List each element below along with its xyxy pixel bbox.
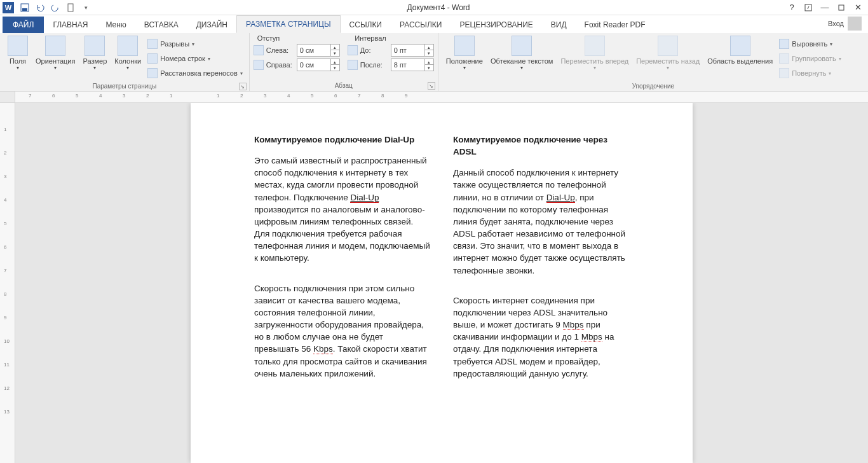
selection-pane-icon: [730, 36, 750, 56]
maximize-button[interactable]: [834, 1, 849, 15]
group-label-arrange: Упорядочение: [632, 83, 674, 90]
page-setup-launcher[interactable]: ↘: [239, 83, 247, 90]
forward-icon: [585, 36, 605, 56]
hyphenation-icon: [147, 68, 158, 78]
col2-para2: Скорость интернет соединения при подключ…: [453, 294, 629, 380]
tab-insert[interactable]: ВСТАВКА: [135, 17, 187, 33]
window-controls: ? — ✕: [784, 1, 868, 15]
horizontal-ruler[interactable]: 1110987654321123456789: [0, 92, 868, 103]
quick-access-toolbar: W ▾: [0, 1, 93, 15]
space-before-icon: [348, 45, 358, 55]
margins-icon: [8, 36, 28, 56]
save-button[interactable]: [18, 1, 32, 15]
col2-para1: Данный способ подключения к интернету та…: [453, 167, 629, 276]
position-button[interactable]: Положение▾: [442, 34, 487, 72]
position-icon: [454, 36, 475, 56]
space-after-input[interactable]: 8 пт▴▾: [391, 59, 434, 71]
signin-label: Вход: [828, 20, 844, 27]
tab-references[interactable]: ССЫЛКИ: [341, 17, 391, 33]
hyphenation-button[interactable]: Расстановка переносов▾: [145, 66, 245, 80]
account-area[interactable]: Вход: [822, 14, 868, 33]
col1-para1: Это самый известный и распространенный с…: [254, 155, 430, 264]
space-after-icon: [348, 60, 358, 70]
ruler-corner: [0, 92, 15, 102]
orientation-button[interactable]: Ориентация▾: [32, 34, 79, 72]
tab-file[interactable]: ФАЙЛ: [3, 17, 44, 33]
tab-page-layout[interactable]: РАЗМЕТКА СТРАНИЦЫ: [236, 15, 341, 33]
redo-button[interactable]: [48, 1, 62, 15]
workspace: 12345678910111213 Коммутируемое подключе…: [0, 103, 868, 463]
breaks-icon: [147, 39, 158, 49]
tab-foxit[interactable]: Foxit Reader PDF: [576, 17, 654, 33]
close-button[interactable]: ✕: [850, 1, 865, 15]
orientation-icon: [45, 36, 65, 56]
help-button[interactable]: ?: [784, 1, 799, 15]
group-label-page-setup: Параметры страницы: [92, 83, 156, 90]
backward-icon: [658, 36, 678, 56]
tab-design[interactable]: ДИЗАЙН: [187, 17, 236, 33]
ribbon-tabs: ФАЙЛ ГЛАВНАЯ Меню ВСТАВКА ДИЗАЙН РАЗМЕТК…: [0, 15, 868, 33]
new-doc-button[interactable]: [64, 1, 78, 15]
breaks-button[interactable]: Разрывы▾: [145, 37, 245, 51]
size-icon: [85, 36, 105, 56]
svg-rect-2: [68, 4, 73, 11]
title-bar: W ▾ Документ4 - Word ? — ✕: [0, 0, 868, 15]
tab-menu[interactable]: Меню: [97, 17, 135, 33]
group-button[interactable]: Группировать▾: [776, 52, 844, 66]
tab-mailings[interactable]: РАССЫЛКИ: [391, 17, 451, 33]
ribbon-display-button[interactable]: [801, 1, 816, 15]
line-numbers-button[interactable]: Номера строк▾: [145, 52, 245, 66]
window-title: Документ4 - Word: [93, 3, 784, 12]
indent-right-input[interactable]: 0 см▴▾: [297, 59, 340, 71]
group-icon: [779, 53, 789, 64]
line-numbers-icon: [147, 53, 158, 64]
col1-heading: Коммутируемое подключение Dial-Up: [254, 134, 430, 146]
page[interactable]: Коммутируемое подключение Dial-Up Это са…: [191, 103, 693, 463]
wrap-icon: [512, 36, 532, 56]
indent-header: Отступ: [257, 34, 280, 42]
document-canvas[interactable]: Коммутируемое подключение Dial-Up Это са…: [15, 103, 868, 463]
svg-rect-1: [22, 8, 27, 11]
align-icon: [779, 39, 789, 49]
svg-rect-4: [839, 5, 844, 10]
avatar-icon: [848, 17, 862, 31]
qat-customize-button[interactable]: ▾: [79, 1, 93, 15]
tab-view[interactable]: ВИД: [542, 17, 576, 33]
col2-heading: Коммутируемое подключение через ADSL: [453, 134, 629, 158]
ribbon-panel: Поля▾ Ориентация▾ Размер▾ Колонки▾ Разры…: [0, 33, 868, 92]
word-app-icon: W: [3, 2, 14, 13]
spacing-header: Интервал: [355, 34, 386, 42]
columns-icon: [118, 36, 138, 56]
wrap-text-button[interactable]: Обтекание текстом▾: [487, 34, 557, 72]
group-label-paragraph: Абзац: [335, 82, 353, 89]
rotate-icon: [779, 68, 789, 78]
columns-button[interactable]: Колонки▾: [111, 34, 145, 72]
send-backward-button[interactable]: Переместить назад▾: [632, 34, 703, 72]
column-2: Коммутируемое подключение через ADSL Дан…: [453, 134, 629, 397]
bring-forward-button[interactable]: Переместить вперед▾: [557, 34, 632, 72]
vertical-ruler[interactable]: 12345678910111213: [0, 103, 15, 463]
indent-left-icon: [254, 45, 264, 55]
space-before-input[interactable]: 0 пт▴▾: [391, 44, 434, 57]
paragraph-launcher[interactable]: ↘: [428, 82, 435, 90]
column-1: Коммутируемое подключение Dial-Up Это са…: [254, 134, 430, 397]
indent-right-icon: [254, 60, 264, 70]
tab-home[interactable]: ГЛАВНАЯ: [44, 17, 97, 33]
tab-review[interactable]: РЕЦЕНЗИРОВАНИЕ: [451, 17, 541, 33]
size-button[interactable]: Размер▾: [79, 34, 111, 72]
col1-para2: Скорость подключения при этом сильно зав…: [254, 282, 430, 380]
indent-left-input[interactable]: 0 см▴▾: [297, 44, 340, 57]
undo-button[interactable]: [33, 1, 47, 15]
selection-pane-button[interactable]: Область выделения: [703, 34, 776, 66]
rotate-button[interactable]: Повернуть▾: [776, 66, 844, 80]
margins-button[interactable]: Поля▾: [4, 34, 32, 72]
minimize-button[interactable]: —: [817, 1, 832, 15]
align-button[interactable]: Выровнять▾: [776, 37, 844, 51]
